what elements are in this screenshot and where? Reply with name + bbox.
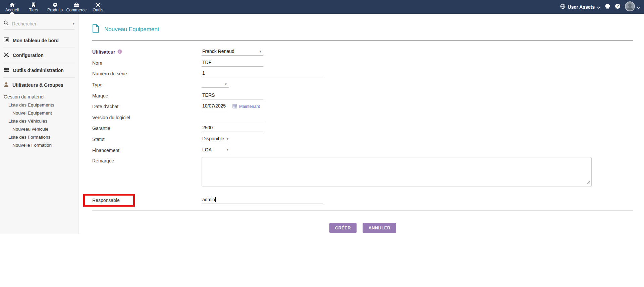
- form-row: Version du logiciel: [92, 112, 633, 123]
- divider: [92, 40, 633, 41]
- sidebar-item-admin-tools[interactable]: Outils d'administration: [0, 64, 78, 77]
- printer-icon: [605, 4, 610, 10]
- field-label-version-logiciel: Version du logiciel: [92, 115, 202, 120]
- form-row: Numéro de série: [92, 68, 633, 79]
- sidebar-link-liste-vehicules[interactable]: Liste des Véhicules: [0, 117, 78, 125]
- type-select[interactable]: ▾: [202, 82, 229, 88]
- nav-item-label: Tiers: [29, 8, 38, 12]
- calendar-icon[interactable]: [232, 104, 237, 110]
- document-icon: [92, 24, 99, 34]
- sidebar-item-label: Mon tableau de bord: [13, 38, 59, 43]
- building-icon: [32, 2, 36, 7]
- sidebar: ▾ Mon tableau de bord Configuration Outi…: [0, 14, 78, 234]
- main-content: Nouveau Equipement Utilisateur i Franck …: [78, 14, 644, 233]
- user-icon: [4, 82, 9, 88]
- field-label-date-achat: Date d'achat: [92, 104, 202, 109]
- form-row: Garantie: [92, 123, 633, 134]
- nav-item-outils[interactable]: Outils: [87, 0, 109, 14]
- statut-select[interactable]: Disponible ▾: [202, 136, 230, 143]
- utilisateur-select[interactable]: Franck Renaud ▾: [202, 48, 263, 56]
- numero-serie-input[interactable]: [202, 70, 323, 77]
- nav-item-label: Commerce: [66, 8, 87, 12]
- remarque-textarea[interactable]: [202, 157, 592, 187]
- help-button[interactable]: ?: [615, 3, 621, 10]
- sidebar-link-nouvel-equipement[interactable]: Nouvel Equipement: [0, 109, 78, 117]
- field-label-financement: Financement: [92, 148, 202, 153]
- nav-item-label: Outils: [93, 8, 103, 12]
- wrench-icon: [4, 52, 9, 58]
- sidebar-link-liste-equipements[interactable]: Liste des Equipements: [0, 101, 78, 109]
- garantie-input[interactable]: [202, 125, 263, 132]
- cancel-button[interactable]: ANNULER: [363, 223, 396, 233]
- sidebar-link-nouvelle-formation[interactable]: Nouvelle Formation: [0, 141, 78, 149]
- nom-input[interactable]: [202, 59, 263, 67]
- nav-item-tiers[interactable]: Tiers: [23, 0, 44, 14]
- field-label-remarque: Remarque: [92, 156, 202, 163]
- chevron-down-icon: ▾: [226, 148, 228, 151]
- divider: [3, 63, 75, 63]
- field-label-garantie: Garantie: [92, 126, 202, 131]
- financement-select[interactable]: LOA ▾: [202, 147, 230, 154]
- tools-icon: [95, 2, 101, 7]
- sidebar-item-label: Configuration: [13, 53, 44, 58]
- sidebar-link-liste-formations[interactable]: Liste des Formations: [0, 133, 78, 141]
- avatar: [625, 1, 635, 13]
- sidebar-item-users-groups[interactable]: Utilisateurs & Groupes: [0, 78, 78, 92]
- field-label-responsable: Responsable: [92, 194, 202, 207]
- nav-item-accueil[interactable]: Accueil: [1, 0, 23, 14]
- form-row: Responsable admin: [92, 194, 633, 207]
- marque-input[interactable]: [202, 92, 263, 99]
- form-row: Nom: [92, 58, 633, 69]
- field-label-marque: Marque: [92, 93, 202, 98]
- sidebar-item-configuration[interactable]: Configuration: [0, 49, 78, 62]
- user-menu[interactable]: [625, 1, 640, 13]
- nav-item-commerce[interactable]: Commerce: [66, 0, 87, 14]
- svg-text:i: i: [119, 50, 120, 53]
- responsable-input[interactable]: admin: [202, 197, 323, 204]
- form-row: Utilisateur i Franck Renaud ▾: [92, 47, 633, 58]
- company-menu-label: User Assets: [568, 4, 595, 10]
- chevron-down-icon: [597, 4, 600, 10]
- page-title-text: Nouveau Equipement: [104, 26, 159, 33]
- company-menu[interactable]: User Assets: [560, 4, 600, 10]
- field-label-nom: Nom: [92, 60, 202, 66]
- chevron-down-icon: ▾: [259, 50, 261, 53]
- equipment-form: Utilisateur i Franck Renaud ▾ Nom: [92, 47, 633, 207]
- info-icon: i: [117, 49, 122, 55]
- globe-icon: [560, 4, 566, 10]
- now-link[interactable]: Maintenant: [239, 104, 260, 109]
- create-button[interactable]: CRÉER: [329, 223, 357, 233]
- form-row: Statut Disponible ▾: [92, 134, 633, 145]
- divider: [3, 48, 75, 48]
- print-button[interactable]: [605, 4, 610, 10]
- search-input[interactable]: [11, 21, 72, 27]
- version-logiciel-input[interactable]: [202, 114, 263, 121]
- divider: [3, 77, 75, 78]
- nav-item-label: Produits: [47, 8, 63, 12]
- date-achat-input[interactable]: [202, 103, 228, 110]
- sidebar-item-label: Utilisateurs & Groupes: [12, 82, 63, 88]
- text-cursor: [215, 197, 216, 202]
- field-label-numero-serie: Numéro de série: [92, 71, 202, 76]
- form-row: Marque: [92, 90, 633, 101]
- nav-item-produits[interactable]: Produits: [44, 0, 66, 14]
- sidebar-item-label: Outils d'administration: [13, 68, 64, 73]
- sidebar-group-title: Gestion du matériel: [0, 92, 78, 101]
- home-icon: [9, 2, 15, 7]
- help-icon: ?: [615, 3, 621, 10]
- sidebar-link-nouveau-vehicule[interactable]: Nouveau véhicule: [0, 125, 78, 133]
- svg-text:?: ?: [616, 4, 619, 8]
- top-navbar: Accueil Tiers Produits Commerce Outils: [0, 0, 644, 14]
- form-row: Remarque: [92, 156, 633, 191]
- field-label-utilisateur: Utilisateur i: [92, 49, 202, 55]
- main-menu: Accueil Tiers Produits Commerce Outils: [0, 0, 109, 14]
- navbar-right: User Assets ?: [560, 0, 644, 14]
- form-row: Financement LOA ▾: [92, 145, 633, 156]
- resize-grip-icon[interactable]: [587, 180, 590, 186]
- sidebar-search[interactable]: ▾: [4, 20, 74, 29]
- highlight-box: Responsable: [83, 194, 135, 207]
- server-icon: [4, 67, 9, 73]
- nav-item-label: Accueil: [5, 8, 19, 12]
- bar-chart-icon: [4, 38, 9, 43]
- sidebar-item-dashboard[interactable]: Mon tableau de bord: [0, 34, 78, 47]
